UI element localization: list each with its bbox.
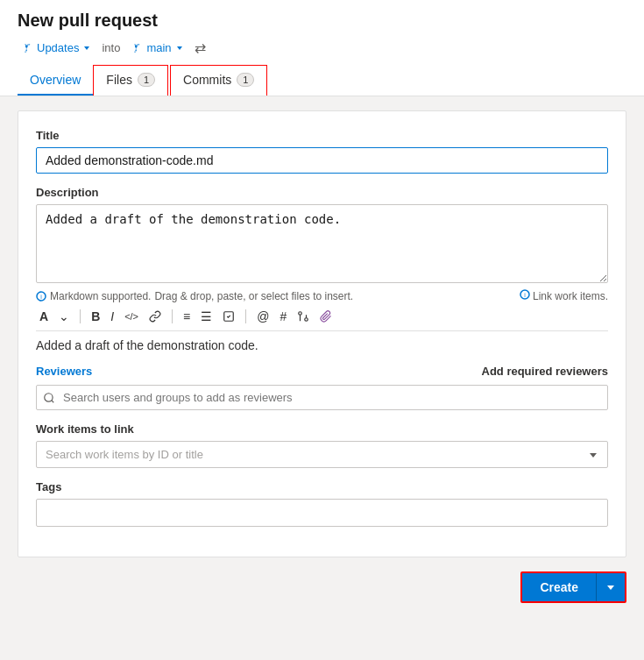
work-items-label: Work items to link [36, 422, 608, 436]
description-group: Description Added a draft of the demonst… [36, 186, 608, 352]
title-input[interactable] [36, 147, 608, 174]
attachment-button[interactable] [316, 309, 336, 324]
target-branch-button[interactable]: main [127, 39, 187, 56]
drag-hint-text: Drag & drop, paste, or select files to i… [154, 290, 353, 302]
source-branch-button[interactable]: Updates [18, 39, 95, 56]
create-button[interactable]: Create [522, 573, 596, 601]
format-button[interactable]: A [36, 308, 52, 325]
editor-toolbar: A ⌄ B I </> ≡ ☰ @ # [36, 302, 608, 331]
preview-text: Added a draft of the demonstration code. [36, 338, 608, 352]
toolbar-divider-1 [80, 309, 81, 323]
link-icon [149, 310, 161, 323]
branch-icon [21, 42, 33, 54]
hash-button[interactable]: # [276, 308, 290, 325]
work-items-placeholder: Search work items by ID or title [46, 448, 203, 461]
tab-overview-label: Overview [30, 73, 81, 87]
link-button[interactable] [145, 309, 165, 324]
tabs-row: Overview Files 1 Commits 1 [18, 65, 626, 96]
svg-point-6 [305, 318, 308, 322]
reviewers-group: Reviewers Add required reviewers [36, 365, 608, 410]
footer-row: Create [18, 571, 626, 603]
link-work-items-hint: i Link work items. [520, 289, 608, 302]
info-icon: i [36, 291, 46, 302]
svg-line-8 [52, 400, 54, 402]
markdown-supported-text: Markdown supported. [50, 290, 151, 302]
toolbar-divider-2 [172, 309, 173, 323]
mention-button[interactable]: @ [253, 308, 272, 325]
tags-input[interactable] [36, 499, 608, 527]
tab-files-badge: 1 [138, 73, 155, 87]
chevron-down-icon-3 [588, 450, 598, 460]
swap-icon[interactable]: ⇄ [195, 39, 206, 56]
markdown-hint-row: i Markdown supported. Drag & drop, paste… [36, 289, 608, 302]
attachment-icon [320, 310, 332, 323]
tags-label: Tags [36, 480, 608, 493]
tags-group: Tags [36, 480, 608, 527]
reviewers-label: Reviewers [36, 365, 92, 378]
ordered-list-button[interactable]: ≡ [180, 308, 194, 325]
pr-button[interactable] [294, 309, 313, 324]
description-label: Description [36, 186, 608, 199]
create-dropdown-button[interactable] [596, 573, 625, 601]
description-textarea[interactable]: Added a draft of the demonstration code. [36, 204, 608, 283]
source-branch-label: Updates [37, 41, 79, 54]
work-items-select[interactable]: Search work items by ID or title [36, 441, 608, 468]
title-label: Title [36, 129, 608, 142]
into-label: into [102, 41, 120, 54]
create-button-group: Create [520, 571, 626, 603]
italic-button[interactable]: I [107, 308, 117, 325]
info-icon-2: i [520, 289, 530, 300]
chevron-down-icon-4 [605, 582, 616, 593]
work-items-group: Work items to link Search work items by … [36, 422, 608, 468]
form-container: Title Description Added a draft of the d… [18, 110, 626, 557]
tab-overview[interactable]: Overview [18, 66, 93, 96]
pr-icon [297, 310, 309, 323]
chevron-down-icon-2 [175, 44, 184, 53]
add-required-reviewers-link[interactable]: Add required reviewers [482, 365, 609, 378]
tab-commits-badge: 1 [237, 73, 254, 87]
svg-point-7 [45, 393, 53, 401]
bold-button[interactable]: B [88, 308, 103, 325]
svg-point-5 [299, 312, 302, 316]
title-group: Title [36, 129, 608, 174]
branch-icon-2 [131, 42, 143, 54]
target-branch-label: main [146, 41, 171, 54]
page-title: New pull request [18, 11, 626, 31]
code-button[interactable]: </> [121, 309, 142, 323]
format-chevron-button[interactable]: ⌄ [55, 308, 73, 325]
svg-text:i: i [524, 292, 526, 298]
tab-files[interactable]: Files 1 [94, 66, 167, 96]
task-list-icon [223, 310, 235, 323]
branch-selector-row: Updates into main ⇄ [18, 39, 626, 56]
reviewers-search-input[interactable] [36, 385, 608, 410]
reviewers-search-wrapper [36, 385, 608, 410]
unordered-list-button[interactable]: ☰ [197, 308, 216, 325]
svg-text:i: i [40, 294, 42, 300]
chevron-down-icon [82, 44, 91, 53]
link-work-items-text: Link work items. [533, 290, 608, 302]
toolbar-divider-3 [245, 309, 246, 323]
tab-files-label: Files [106, 73, 132, 87]
task-list-button[interactable] [219, 309, 238, 324]
tab-commits-label: Commits [183, 73, 231, 87]
search-icon [43, 392, 55, 404]
tab-commits[interactable]: Commits 1 [171, 66, 266, 96]
reviewers-header: Reviewers Add required reviewers [36, 365, 608, 378]
